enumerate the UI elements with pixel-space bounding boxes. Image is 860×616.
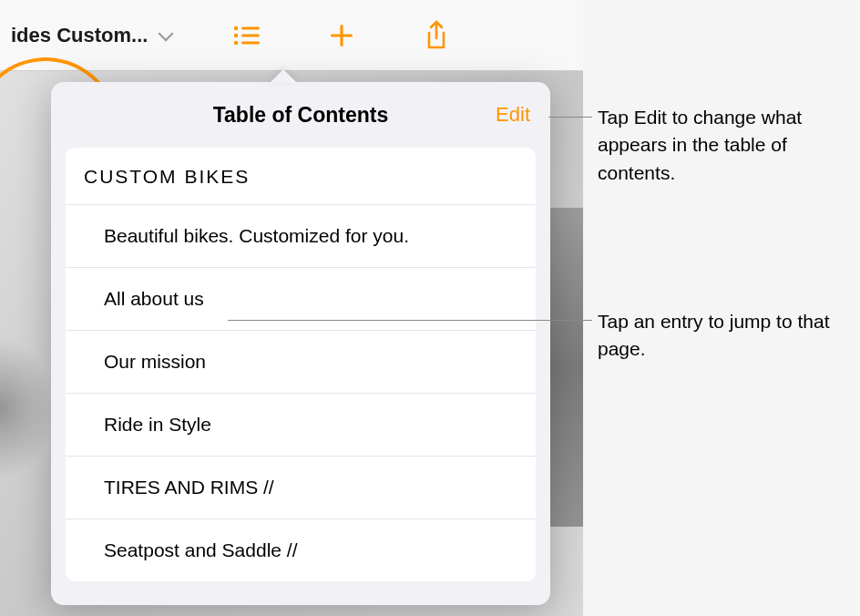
svg-point-2 xyxy=(234,33,238,36)
toc-section-heading[interactable]: CUSTOM BIKES xyxy=(66,148,536,205)
toc-list: CUSTOM BIKES Beautiful bikes. Customized… xyxy=(66,148,536,581)
svg-rect-3 xyxy=(241,34,260,36)
popover-title: Table of Contents xyxy=(213,103,389,128)
annotation-entry: Tap an entry to jump to that page. xyxy=(598,308,853,364)
bike-image-part xyxy=(547,208,583,527)
chevron-down-icon xyxy=(157,29,175,42)
toolbar: ides Custom... xyxy=(0,0,583,71)
toc-item[interactable]: Our mission xyxy=(66,331,536,394)
document-title-dropdown[interactable]: ides Custom... xyxy=(11,24,175,47)
toc-item[interactable]: TIRES AND RIMS // xyxy=(66,457,536,519)
table-of-contents-button[interactable] xyxy=(231,20,262,51)
svg-rect-5 xyxy=(241,41,260,44)
table-of-contents-popover: Table of Contents Edit CUSTOM BIKES Beau… xyxy=(51,82,550,605)
toc-item[interactable]: Beautiful bikes. Customized for you. xyxy=(66,205,536,268)
annotation-edit: Tap Edit to change what appears in the t… xyxy=(598,104,853,187)
toc-item[interactable]: Seatpost and Saddle // xyxy=(66,519,536,581)
app-area: ides Custom... xyxy=(0,0,583,616)
edit-button[interactable]: Edit xyxy=(496,103,530,127)
list-icon xyxy=(233,25,261,46)
callout-line xyxy=(548,117,592,118)
svg-rect-7 xyxy=(331,34,353,36)
plus-icon xyxy=(329,23,354,48)
callout-line xyxy=(228,320,592,321)
share-icon xyxy=(425,20,448,51)
toc-item[interactable]: Ride in Style xyxy=(66,394,536,457)
svg-point-0 xyxy=(234,26,238,29)
popover-header: Table of Contents Edit xyxy=(51,82,550,148)
popover-arrow xyxy=(270,69,297,83)
document-title: ides Custom... xyxy=(11,24,148,47)
toc-item[interactable]: All about us xyxy=(66,268,536,331)
share-button[interactable] xyxy=(421,20,452,51)
annotations-area: Tap Edit to change what appears in the t… xyxy=(598,0,860,616)
toolbar-icons xyxy=(231,20,452,51)
add-button[interactable] xyxy=(326,20,357,51)
svg-rect-1 xyxy=(241,26,260,29)
svg-point-4 xyxy=(234,40,238,44)
